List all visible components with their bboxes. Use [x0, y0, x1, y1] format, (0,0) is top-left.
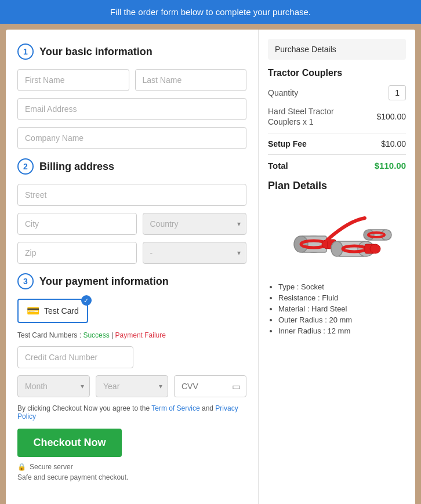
- city-country-row: Country: [17, 213, 246, 235]
- quantity-label: Quantity: [268, 88, 298, 97]
- setup-fee-price: $10.00: [381, 139, 406, 148]
- lock-icon: 🔒: [17, 463, 26, 471]
- email-row: [17, 98, 246, 120]
- basic-info-section: 1 Your basic information: [17, 43, 246, 149]
- terms-of-service-link[interactable]: Term of Service: [151, 404, 199, 412]
- step-1-circle: 1: [17, 43, 34, 60]
- country-wrapper: Country: [143, 213, 247, 235]
- checkout-button[interactable]: Checkout Now: [17, 429, 122, 457]
- card-icon: 💳: [27, 304, 39, 317]
- left-panel: 1 Your basic information: [6, 30, 259, 504]
- right-panel: Purchase Details Tractor Couplers Quanti…: [259, 30, 415, 504]
- email-input[interactable]: [17, 98, 246, 120]
- svg-point-11: [370, 244, 380, 253]
- product-specs: Type : SocketResistance : FluidMaterial …: [268, 282, 406, 335]
- basic-info-title: Your basic information: [39, 46, 153, 58]
- state-wrapper: -: [143, 242, 247, 264]
- spec-item: Outer Radius : 20 mm: [278, 316, 406, 324]
- item-row: Hard Steel Tractor Couplers x 1 $100.00: [268, 106, 406, 127]
- street-input[interactable]: [17, 184, 246, 206]
- state-select[interactable]: -: [143, 242, 247, 264]
- step-3-circle: 3: [17, 273, 34, 289]
- year-wrapper: Year 202420252026 20272028: [96, 375, 168, 397]
- main-content: 1 Your basic information: [6, 30, 415, 504]
- company-input[interactable]: [17, 127, 246, 149]
- svg-point-14: [381, 230, 391, 240]
- total-label: Total: [268, 161, 288, 171]
- company-row: [17, 127, 246, 149]
- svg-point-8: [331, 241, 343, 256]
- product-image-area: [268, 198, 406, 275]
- purchase-details-header: Purchase Details: [268, 39, 406, 60]
- month-select[interactable]: Month 010203 040506 070809 101112: [17, 375, 90, 397]
- spec-item: Type : Socket: [278, 282, 406, 291]
- divider-1: [268, 133, 406, 133]
- product-title: Tractor Couplers: [268, 68, 406, 78]
- failure-link[interactable]: Payment Failure: [115, 331, 166, 339]
- page-wrapper: Fill the order form below to complete yo…: [0, 0, 421, 504]
- cc-number-input[interactable]: [17, 346, 133, 368]
- plan-details-title: Plan Details: [268, 180, 406, 192]
- first-name-input[interactable]: [17, 69, 129, 91]
- cc-number-row: [17, 346, 246, 368]
- city-input[interactable]: [17, 213, 137, 235]
- success-link[interactable]: Success: [83, 331, 109, 339]
- check-badge: ✓: [81, 295, 92, 306]
- item-price: $100.00: [376, 112, 406, 121]
- quantity-value: 1: [389, 85, 406, 100]
- product-image: [279, 198, 395, 273]
- quantity-row: Quantity 1: [268, 85, 406, 100]
- setup-fee-row: Setup Fee $10.00: [268, 139, 406, 148]
- year-select[interactable]: Year 202420252026 20272028: [96, 375, 168, 397]
- divider-2: [268, 154, 406, 155]
- card-option[interactable]: 💳 Test Card ✓: [17, 299, 88, 323]
- card-label: Test Card: [44, 306, 79, 316]
- item-label: Hard Steel Tractor Couplers x 1: [268, 106, 343, 127]
- month-wrapper: Month 010203 040506 070809 101112: [17, 375, 90, 397]
- total-row: Total $110.00: [268, 161, 406, 171]
- name-row: [17, 69, 246, 91]
- terms-text: By clicking Checkout Now you agree to th…: [17, 404, 246, 420]
- secure-label: Secure server: [30, 463, 73, 471]
- country-select[interactable]: Country: [143, 213, 247, 235]
- billing-title: Billing address: [39, 161, 114, 173]
- top-banner: Fill the order form below to complete yo…: [0, 0, 421, 24]
- test-card-label: Test Card Numbers :: [17, 331, 81, 339]
- secure-info: 🔒 Secure server: [17, 463, 246, 471]
- total-price: $110.00: [375, 161, 406, 171]
- setup-fee-label: Setup Fee: [268, 139, 307, 148]
- payment-section: 3 Your payment information 💳 Test Card ✓…: [17, 273, 246, 481]
- cvv-wrapper: ▭: [174, 375, 246, 397]
- secure-sub-text: Safe and secure payment checkout.: [17, 473, 246, 481]
- expiry-cvv-row: Month 010203 040506 070809 101112 Year 2…: [17, 375, 246, 397]
- banner-text: Fill the order form below to complete yo…: [110, 7, 311, 17]
- spec-item: Resistance : Fluid: [278, 293, 406, 302]
- step-2-circle: 2: [17, 158, 34, 175]
- billing-section: 2 Billing address Country: [17, 158, 246, 264]
- billing-header: 2 Billing address: [17, 158, 246, 175]
- street-row: [17, 184, 246, 206]
- payment-header: 3 Your payment information: [17, 273, 246, 289]
- basic-info-header: 1 Your basic information: [17, 43, 246, 60]
- cvv-icon: ▭: [232, 381, 241, 392]
- zip-input[interactable]: [17, 242, 137, 264]
- zip-state-row: -: [17, 242, 246, 264]
- spec-item: Material : Hard Steel: [278, 304, 406, 313]
- last-name-input[interactable]: [135, 69, 247, 91]
- spec-item: Inner Radius : 12 mm: [278, 327, 406, 335]
- payment-title: Your payment information: [39, 275, 169, 288]
- test-card-numbers: Test Card Numbers : Success | Payment Fa…: [17, 331, 246, 339]
